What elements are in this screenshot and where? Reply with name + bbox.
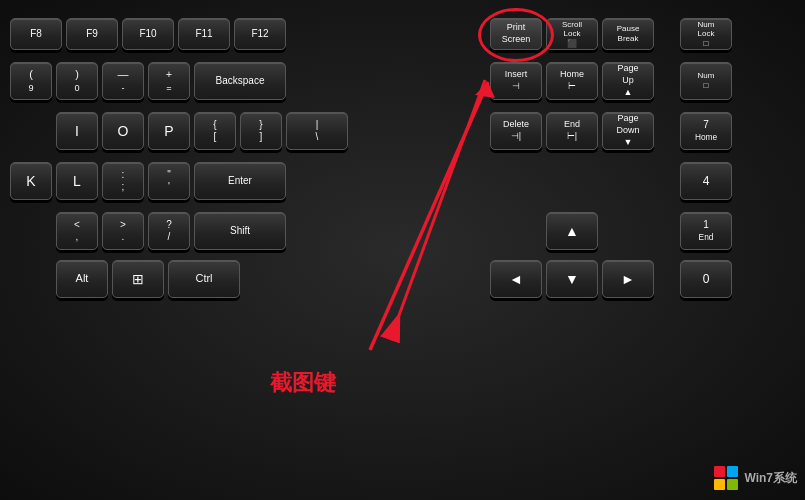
key-numpad-4-label: 4 xyxy=(703,174,710,188)
key-windows[interactable]: ⊞ xyxy=(112,260,164,298)
key-period[interactable]: >. xyxy=(102,212,144,250)
key-l-label: L xyxy=(73,173,81,190)
key-numpad-0[interactable]: 0 xyxy=(680,260,732,298)
key-delete[interactable]: Delete⊣| xyxy=(490,112,542,150)
key-pipe-label: |\ xyxy=(316,119,319,143)
key-p-label: P xyxy=(164,123,173,140)
key-arrow-left-label: ◄ xyxy=(509,271,523,288)
key-k[interactable]: K xyxy=(10,162,52,200)
keyboard-background: F8 F9 F10 F11 F12 PrintScreen ScrollLock… xyxy=(0,0,805,500)
key-semicolon-label: :; xyxy=(122,169,125,193)
key-ctrl[interactable]: Ctrl xyxy=(168,260,240,298)
key-semicolon[interactable]: :; xyxy=(102,162,144,200)
key-k-label: K xyxy=(26,173,35,190)
key-f9[interactable]: F9 xyxy=(66,18,118,50)
key-arrow-up-label: ▲ xyxy=(565,223,579,240)
key-slash[interactable]: ?/ xyxy=(148,212,190,250)
key-page-down-label: PageDown▼ xyxy=(616,113,639,148)
screenshot-key-label: 截图键 xyxy=(270,368,336,398)
key-f10[interactable]: F10 xyxy=(122,18,174,50)
key-end[interactable]: End⊢| xyxy=(546,112,598,150)
watermark-text: Win7系统 xyxy=(744,470,797,487)
key-arrow-left[interactable]: ◄ xyxy=(490,260,542,298)
key-l[interactable]: L xyxy=(56,162,98,200)
key-arrow-right-label: ► xyxy=(621,271,635,288)
key-shift[interactable]: Shift xyxy=(194,212,286,250)
key-p[interactable]: P xyxy=(148,112,190,150)
svg-line-1 xyxy=(390,80,485,340)
key-brace-close[interactable]: }] xyxy=(240,112,282,150)
key-scroll-lock[interactable]: ScrollLock⬛ xyxy=(546,18,598,50)
key-f11[interactable]: F11 xyxy=(178,18,230,50)
key-num-lock[interactable]: NumLock□ xyxy=(680,18,732,50)
key-open-paren[interactable]: (9 xyxy=(10,62,52,100)
key-numpad-7-label: 7Home xyxy=(695,119,717,143)
key-i-label: I xyxy=(75,123,79,140)
key-minus[interactable]: —- xyxy=(102,62,144,100)
key-pause-break-label: PauseBreak xyxy=(617,24,640,43)
key-delete-label: Delete⊣| xyxy=(503,119,529,142)
key-brace-open-label: {[ xyxy=(213,119,216,143)
screenshot-key-chinese-text: 截图键 xyxy=(270,370,336,395)
key-print-screen[interactable]: PrintScreen xyxy=(490,18,542,50)
svg-rect-7 xyxy=(727,479,738,490)
key-end-label: End⊢| xyxy=(564,119,580,142)
key-pipe[interactable]: |\ xyxy=(286,112,348,150)
key-alt[interactable]: Alt xyxy=(56,260,108,298)
key-f8[interactable]: F8 xyxy=(10,18,62,50)
key-insert-label: Insert⊣ xyxy=(505,69,528,92)
key-f10-label: F10 xyxy=(139,28,156,40)
key-brace-open[interactable]: {[ xyxy=(194,112,236,150)
key-ctrl-label: Ctrl xyxy=(195,272,212,285)
key-home-label: Home⊢ xyxy=(560,69,584,92)
key-f12[interactable]: F12 xyxy=(234,18,286,50)
key-close-paren[interactable]: )0 xyxy=(56,62,98,100)
key-i[interactable]: I xyxy=(56,112,98,150)
key-numpad-4[interactable]: 4 xyxy=(680,162,732,200)
key-home[interactable]: Home⊢ xyxy=(546,62,598,100)
key-numpad-numlock-label: Num□ xyxy=(698,71,715,90)
key-num-lock-label: NumLock□ xyxy=(698,20,715,49)
key-enter[interactable]: Enter xyxy=(194,162,286,200)
key-close-paren-label: )0 xyxy=(74,68,79,94)
key-f9-label: F9 xyxy=(86,28,98,40)
key-enter-label: Enter xyxy=(228,175,252,187)
windows-logo-icon xyxy=(712,464,740,492)
key-page-up[interactable]: PageUp▲ xyxy=(602,62,654,100)
key-print-screen-label: PrintScreen xyxy=(502,22,531,45)
watermark: Win7系统 xyxy=(712,464,797,492)
key-page-up-label: PageUp▲ xyxy=(617,63,638,98)
key-arrow-right[interactable]: ► xyxy=(602,260,654,298)
key-comma[interactable]: <, xyxy=(56,212,98,250)
key-numpad-numlock[interactable]: Num□ xyxy=(680,62,732,100)
key-o[interactable]: O xyxy=(102,112,144,150)
svg-rect-6 xyxy=(714,479,725,490)
key-numpad-1-label: 1End xyxy=(699,219,714,243)
svg-rect-4 xyxy=(714,466,725,477)
key-numpad-0-label: 0 xyxy=(703,272,710,286)
key-equals[interactable]: += xyxy=(148,62,190,100)
key-slash-label: ?/ xyxy=(166,219,172,243)
key-quote[interactable]: "' xyxy=(148,162,190,200)
key-numpad-1[interactable]: 1End xyxy=(680,212,732,250)
key-backspace-label: Backspace xyxy=(216,75,265,87)
key-brace-close-label: }] xyxy=(259,119,262,143)
key-page-down[interactable]: PageDown▼ xyxy=(602,112,654,150)
key-quote-label: "' xyxy=(167,169,171,193)
key-f12-label: F12 xyxy=(251,28,268,40)
key-backspace[interactable]: Backspace xyxy=(194,62,286,100)
key-numpad-7[interactable]: 7Home xyxy=(680,112,732,150)
key-o-label: O xyxy=(118,123,129,140)
key-shift-label: Shift xyxy=(230,225,250,237)
key-f8-label: F8 xyxy=(30,28,42,40)
key-alt-label: Alt xyxy=(76,272,89,285)
key-windows-label: ⊞ xyxy=(132,271,144,288)
key-arrow-down-label: ▼ xyxy=(565,271,579,288)
key-arrow-up[interactable]: ▲ xyxy=(546,212,598,250)
key-arrow-down[interactable]: ▼ xyxy=(546,260,598,298)
key-pause-break[interactable]: PauseBreak xyxy=(602,18,654,50)
key-insert[interactable]: Insert⊣ xyxy=(490,62,542,100)
key-minus-label: —- xyxy=(118,68,129,94)
key-open-paren-label: (9 xyxy=(28,68,33,94)
key-comma-label: <, xyxy=(74,219,80,243)
